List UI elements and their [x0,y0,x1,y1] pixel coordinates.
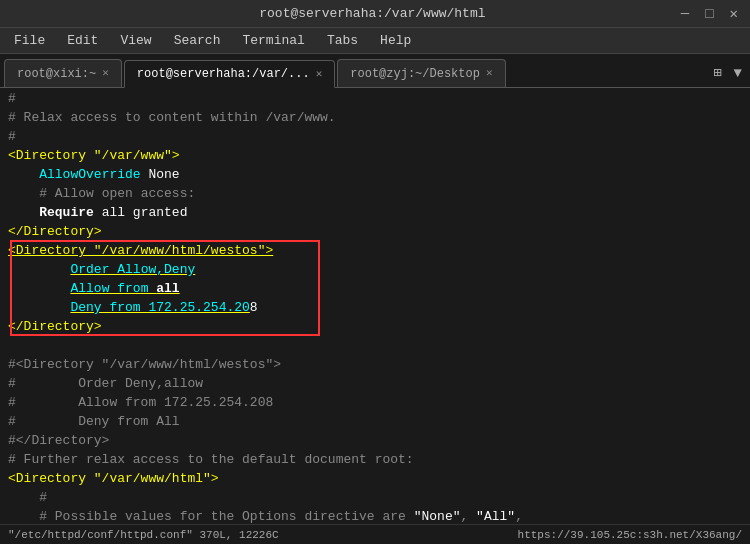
status-url: https://39.105.25c:s3h.net/X36ang/ [518,529,742,541]
menu-search[interactable]: Search [164,31,231,50]
close-button[interactable]: ✕ [726,5,742,22]
line-21: <Directory "/var/www/html"> [8,470,742,489]
menu-file[interactable]: File [4,31,55,50]
status-bar: "/etc/httpd/conf/httpd.conf" 370L, 12226… [0,524,750,544]
line-7: Require all granted [8,204,742,223]
tab-dropdown-button[interactable]: ▼ [730,63,746,83]
line-15: #<Directory "/var/www/html/westos"> [8,356,742,375]
menu-edit[interactable]: Edit [57,31,108,50]
tab-2-label: root@serverhaha:/var/... [137,67,310,81]
line-18: # Deny from All [8,413,742,432]
line-14 [8,337,742,356]
line-13: </Directory> [8,318,742,337]
maximize-button[interactable]: □ [701,6,717,22]
tab-1[interactable]: root@xixi:~ ✕ [4,59,122,87]
line-3: # [8,128,742,147]
line-2: # Relax access to content within /var/ww… [8,109,742,128]
tab-screenshot-button[interactable]: ⊞ [709,62,725,83]
menu-help[interactable]: Help [370,31,421,50]
tab-2-close[interactable]: ✕ [316,69,323,80]
line-8: </Directory> [8,223,742,242]
tab-3-label: root@zyj:~/Desktop [350,67,480,81]
terminal-content: # # Relax access to content within /var/… [0,88,750,524]
line-1: # [8,90,742,109]
tab-1-label: root@xixi:~ [17,67,96,81]
line-10: Order Allow,Deny [8,261,742,280]
line-4: <Directory "/var/www"> [8,147,742,166]
tab-bar: root@xixi:~ ✕ root@serverhaha:/var/... ✕… [0,54,750,88]
window-controls: ─ □ ✕ [677,5,742,22]
status-file-info: "/etc/httpd/conf/httpd.conf" 370L, 12226… [8,529,279,541]
menu-tabs[interactable]: Tabs [317,31,368,50]
line-5: AllowOverride None [8,166,742,185]
title-text: root@serverhaha:/var/www/html [68,6,677,21]
line-9: <Directory "/var/www/html/westos"> [8,242,742,261]
line-16: # Order Deny,allow [8,375,742,394]
tab-2[interactable]: root@serverhaha:/var/... ✕ [124,60,335,88]
tab-actions: ⊞ ▼ [709,62,746,87]
line-12: Deny from 172.25.254.208 [8,299,742,318]
tab-3-close[interactable]: ✕ [486,68,493,79]
line-20: # Further relax access to the default do… [8,451,742,470]
line-23: # Possible values for the Options direct… [8,508,742,524]
line-6: # Allow open access: [8,185,742,204]
menu-bar: File Edit View Search Terminal Tabs Help [0,28,750,54]
line-11: Allow from all [8,280,742,299]
line-19: #</Directory> [8,432,742,451]
tab-1-close[interactable]: ✕ [102,68,109,79]
tab-3[interactable]: root@zyj:~/Desktop ✕ [337,59,505,87]
menu-view[interactable]: View [110,31,161,50]
title-bar: root@serverhaha:/var/www/html ─ □ ✕ [0,0,750,28]
minimize-button[interactable]: ─ [677,6,693,22]
line-17: # Allow from 172.25.254.208 [8,394,742,413]
menu-terminal[interactable]: Terminal [232,31,314,50]
line-22: # [8,489,742,508]
